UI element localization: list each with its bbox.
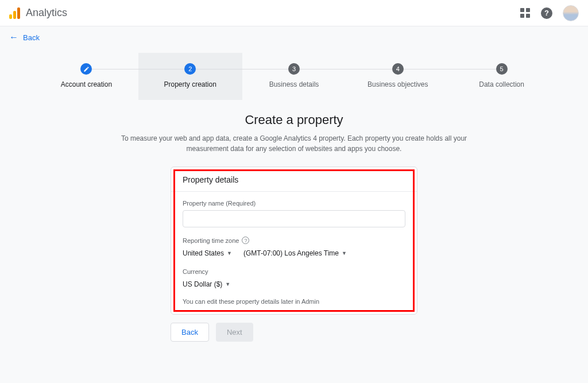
step-property-creation[interactable]: 2 Property creation [138,53,242,100]
step-label: Account creation [40,80,133,88]
property-name-label: Property name (Required) [183,200,405,207]
country-value: United States [183,249,224,257]
chevron-down-icon: ▼ [342,250,347,256]
top-bar: Analytics ? [0,0,588,26]
step-account-creation[interactable]: Account creation [34,53,138,100]
step-business-objectives[interactable]: 4 Business objectives [346,53,450,100]
property-details-card: Property details Property name (Required… [171,167,417,315]
help-icon[interactable]: ? [541,7,552,19]
step-label: Business details [248,80,341,88]
arrow-left-icon: ← [9,32,18,42]
back-label: Back [23,33,40,42]
header-actions: ? [519,5,579,21]
sub-bar: ← Back [0,26,588,48]
pencil-icon [80,63,92,75]
step-data-collection[interactable]: 5 Data collection [450,53,554,100]
card-header: Property details [171,167,417,192]
step-number: 4 [392,63,404,75]
chevron-down-icon: ▼ [225,281,230,287]
card-hint: You can edit these property details late… [183,298,405,305]
main-content: Account creation 2 Property creation 3 B… [0,48,588,383]
currency-label: Currency [183,268,405,275]
back-link[interactable]: ← Back [9,32,40,42]
page-subtitle: To measure your web and app data, create… [116,133,472,154]
step-number: 5 [496,63,508,75]
apps-icon[interactable] [519,7,531,19]
timezone-value: (GMT-07:00) Los Angeles Time [243,249,339,257]
product-name: Analytics [26,7,67,19]
step-number: 2 [184,63,196,75]
page-title: Create a property [0,113,588,127]
currency-dropdown[interactable]: US Dollar ($) ▼ [183,278,230,290]
stepper: Account creation 2 Property creation 3 B… [0,48,588,100]
analytics-logo-icon [9,7,20,19]
help-icon[interactable]: ? [242,237,249,244]
timezone-label: Reporting time zone [183,237,239,244]
step-label: Business objectives [351,80,444,88]
wizard-actions: Back Next [171,323,417,342]
back-button[interactable]: Back [171,323,209,342]
timezone-field: Reporting time zone ? United States ▼ (G… [183,237,405,259]
step-business-details[interactable]: 3 Business details [242,53,346,100]
country-dropdown[interactable]: United States ▼ [183,247,232,259]
step-label: Property creation [144,80,237,88]
chevron-down-icon: ▼ [227,250,232,256]
step-label: Data collection [455,80,548,88]
next-button[interactable]: Next [216,323,253,342]
currency-value: US Dollar ($) [183,280,222,288]
currency-field: Currency US Dollar ($) ▼ [183,268,405,290]
property-name-field: Property name (Required) [183,200,405,227]
property-name-input[interactable] [183,210,405,227]
timezone-dropdown[interactable]: (GMT-07:00) Los Angeles Time ▼ [243,247,347,259]
user-avatar[interactable] [563,5,579,21]
logo-area: Analytics [9,7,67,19]
step-number: 3 [288,63,300,75]
